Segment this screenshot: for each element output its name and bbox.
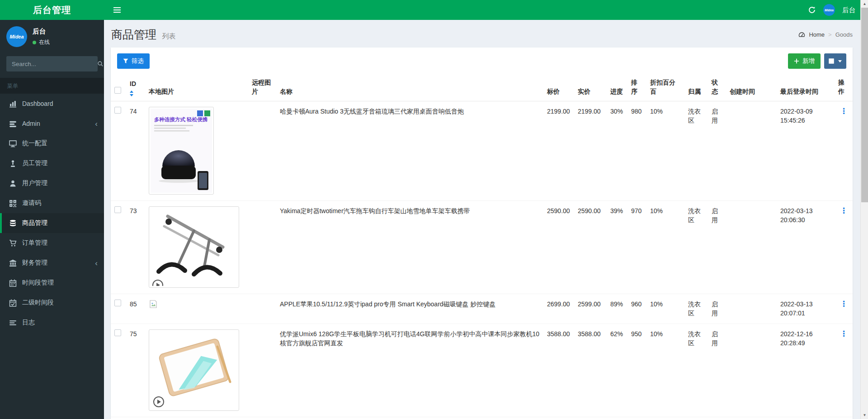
cell-created xyxy=(726,101,777,200)
log-icon xyxy=(9,319,17,327)
table-header-row: ID 本地图片 远程图片 名称 标价 实价 进度 排序 折扣百分百 归属 状态 xyxy=(111,74,853,101)
col-list-price: 标价 xyxy=(543,74,574,101)
col-belong: 归属 xyxy=(684,74,708,101)
cell-id: 73 xyxy=(126,200,145,294)
cell-remote-image xyxy=(248,101,276,200)
sidebar-item-用户管理[interactable]: 用户管理 xyxy=(0,173,104,193)
grid-icon xyxy=(829,58,835,64)
search-icon xyxy=(97,61,104,67)
col-last-login: 最后登录时间 xyxy=(777,74,835,101)
sidebar-item-label: 时间段管理 xyxy=(22,279,98,287)
cell-belong: 洗衣区 xyxy=(684,417,708,419)
sidebar-menu: DashboardAdmin‹统一配置员工管理用户管理邀请码商品管理订单管理财务… xyxy=(0,94,104,333)
row-checkbox[interactable] xyxy=(114,300,121,306)
scroll-up-arrow[interactable]: ▲ xyxy=(861,0,868,8)
sidebar-item-二级时间段[interactable]: 二级时间段 xyxy=(0,293,104,313)
cell-status: 启用 xyxy=(708,200,726,294)
cell-last-login: 2022-03-13 20:06:30 xyxy=(777,200,835,294)
breadcrumb: Home > Goods xyxy=(798,31,853,38)
sidebar-item-财务管理[interactable]: 财务管理‹ xyxy=(0,253,104,273)
sidebar-item-员工管理[interactable]: 员工管理 xyxy=(0,153,104,173)
sidebar-item-时间段管理[interactable]: 时间段管理 xyxy=(0,273,104,293)
sidebar-item-admin[interactable]: Admin‹ xyxy=(0,114,104,133)
col-remote-image: 远程图片 xyxy=(248,74,276,101)
cell-created xyxy=(726,200,777,294)
col-name: 名称 xyxy=(276,74,543,101)
search-input[interactable] xyxy=(6,61,97,67)
columns-dropdown-button[interactable] xyxy=(824,53,846,69)
sidebar-item-label: Admin xyxy=(22,120,90,127)
scrollbar-thumb[interactable] xyxy=(861,8,868,202)
cell-name: iPad Air xyxy=(276,417,543,419)
cell-belong: 洗衣区 xyxy=(684,101,708,200)
window-scrollbar[interactable]: ▲ ▼ xyxy=(860,0,868,419)
goods-table: ID 本地图片 远程图片 名称 标价 实价 进度 排序 折扣百分百 归属 状态 xyxy=(111,74,853,419)
cell-name: 哈曼卡顿Aura Studio 3无线蓝牙音箱琉璃三代家用桌面音响低音炮 xyxy=(276,101,543,200)
sidebar-item-label: 统一配置 xyxy=(22,139,98,148)
navbar-user-label[interactable]: 后台 xyxy=(842,6,855,14)
scroll-down-arrow[interactable]: ▼ xyxy=(861,411,868,419)
cell-list-price: 3588.00 xyxy=(543,324,574,417)
cell-real-price: 2199.00 xyxy=(574,101,607,200)
filter-button[interactable]: 筛选 xyxy=(117,53,150,69)
cell-belong: 洗衣区 xyxy=(684,200,708,294)
cell-discount: 10% xyxy=(646,324,684,417)
cell-sort: 980 xyxy=(627,101,646,200)
cell-created xyxy=(726,294,777,324)
sidebar-item-订单管理[interactable]: 订单管理 xyxy=(0,233,104,253)
cell-status: 启用 xyxy=(708,294,726,324)
sidebar-item-label: 员工管理 xyxy=(22,159,98,167)
cell-last-login: 2022-03-13 20:07:01 xyxy=(777,294,835,324)
refresh-icon[interactable] xyxy=(808,6,816,14)
row-actions-button[interactable]: ⋮ xyxy=(838,300,849,308)
sidebar-item-统一配置[interactable]: 统一配置 xyxy=(0,133,104,153)
sidebar-item-label: 订单管理 xyxy=(22,239,98,247)
cart-icon xyxy=(9,239,17,247)
row-checkbox[interactable] xyxy=(114,206,121,213)
col-actions: 操作 xyxy=(835,74,853,101)
sidebar-item-商品管理[interactable]: 商品管理 xyxy=(0,213,104,233)
breadcrumb-separator: > xyxy=(828,31,832,38)
cell-last-login: 2022-12-16 20:28:49 xyxy=(777,324,835,417)
main-content: 商品管理 列表 Home > Goods xyxy=(104,20,860,419)
row-actions-button[interactable]: ⋮ xyxy=(838,107,849,115)
cell-name: Yakima定时器twotimer汽车拖车钩自行车架山地雪地单车架车载携带 xyxy=(276,200,543,294)
row-checkbox[interactable] xyxy=(114,107,121,114)
add-button[interactable]: 新增 xyxy=(788,53,821,69)
cell-sort: 950 xyxy=(627,324,646,417)
cell-remote-image xyxy=(248,294,276,324)
cell-sort: 940 xyxy=(627,417,646,419)
cell-created xyxy=(726,324,777,417)
cell-sort: 960 xyxy=(627,294,646,324)
cell-status: 启用 xyxy=(708,417,726,419)
cell-progress: 89% xyxy=(607,294,627,324)
row-checkbox[interactable] xyxy=(114,329,121,336)
col-discount: 折扣百分百 xyxy=(646,74,684,101)
cell-real-price: 2599.00 xyxy=(574,294,607,324)
sort-icon[interactable] xyxy=(130,90,134,96)
sidebar-item-邀请码[interactable]: 邀请码 xyxy=(0,193,104,213)
sidebar-toggle-button[interactable] xyxy=(109,2,125,18)
col-id[interactable]: ID xyxy=(126,74,145,101)
cell-progress: 39% xyxy=(607,200,627,294)
select-all-checkbox[interactable] xyxy=(114,87,121,94)
chevron-left-icon: ‹ xyxy=(95,259,98,267)
cell-status: 启用 xyxy=(708,101,726,200)
cell-belong: 洗衣区 xyxy=(684,324,708,417)
sidebar-user-panel: Midea 后台 在线 xyxy=(0,20,104,54)
breadcrumb-home-link[interactable]: Home xyxy=(809,31,825,38)
sidebar-item-dashboard[interactable]: Dashboard xyxy=(0,94,104,114)
cell-real-price: 2590.00 xyxy=(574,200,607,294)
user-avatar[interactable]: Midea xyxy=(823,4,835,16)
row-actions-button[interactable]: ⋮ xyxy=(838,330,849,338)
chevron-down-icon xyxy=(838,60,842,62)
row-actions-button[interactable]: ⋮ xyxy=(838,207,849,214)
sidebar-item-日志[interactable]: 日志 xyxy=(0,313,104,333)
cell-id: 76 xyxy=(126,417,145,419)
product-image-bike-rack xyxy=(149,206,239,288)
cell-real-price: 4999.00 xyxy=(574,417,607,419)
cell-local-image xyxy=(145,417,248,419)
navbar-right: Midea 后台 xyxy=(808,4,855,16)
calendar-icon xyxy=(9,279,17,287)
search-submit-button[interactable] xyxy=(97,56,104,71)
